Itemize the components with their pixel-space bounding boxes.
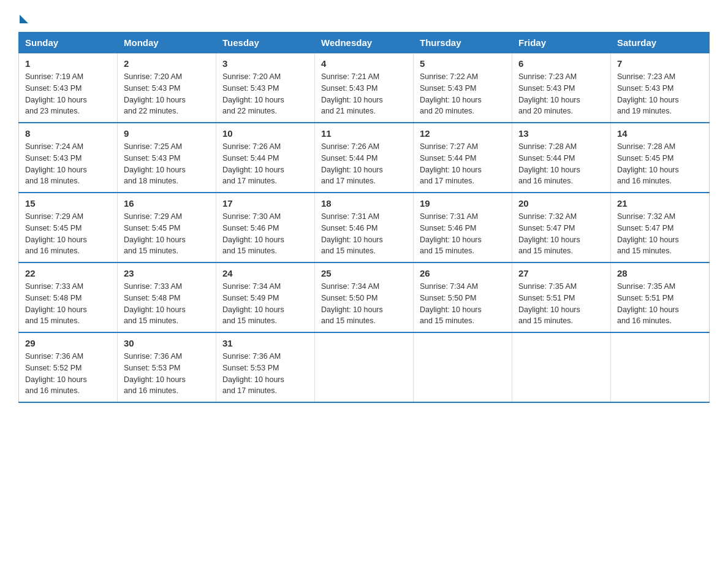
day-info: Sunrise: 7:36 AMSunset: 5:52 PMDaylight:… xyxy=(25,352,87,395)
weekday-header-thursday: Thursday xyxy=(414,33,512,53)
calendar-cell: 29 Sunrise: 7:36 AMSunset: 5:52 PMDaylig… xyxy=(19,332,118,402)
day-info: Sunrise: 7:23 AMSunset: 5:43 PMDaylight:… xyxy=(518,72,580,115)
day-number: 30 xyxy=(124,338,210,348)
calendar-cell: 11 Sunrise: 7:26 AMSunset: 5:44 PMDaylig… xyxy=(315,123,414,193)
calendar-cell: 26 Sunrise: 7:34 AMSunset: 5:50 PMDaylig… xyxy=(414,262,512,332)
weekday-header-sunday: Sunday xyxy=(19,33,118,53)
calendar-week-row: 8 Sunrise: 7:24 AMSunset: 5:43 PMDayligh… xyxy=(19,123,710,193)
calendar-cell: 4 Sunrise: 7:21 AMSunset: 5:43 PMDayligh… xyxy=(315,53,414,123)
weekday-header-saturday: Saturday xyxy=(611,33,710,53)
day-number: 8 xyxy=(25,128,111,139)
day-number: 29 xyxy=(25,338,111,348)
day-info: Sunrise: 7:32 AMSunset: 5:47 PMDaylight:… xyxy=(518,212,580,255)
calendar-cell xyxy=(414,332,512,402)
calendar-cell: 15 Sunrise: 7:29 AMSunset: 5:45 PMDaylig… xyxy=(19,193,118,262)
calendar-cell: 12 Sunrise: 7:27 AMSunset: 5:44 PMDaylig… xyxy=(414,123,512,193)
day-number: 2 xyxy=(124,58,210,69)
day-number: 20 xyxy=(518,198,604,209)
day-number: 9 xyxy=(124,128,210,139)
day-info: Sunrise: 7:35 AMSunset: 5:51 PMDaylight:… xyxy=(518,282,580,325)
day-info: Sunrise: 7:28 AMSunset: 5:45 PMDaylight:… xyxy=(617,142,679,185)
calendar-cell: 22 Sunrise: 7:33 AMSunset: 5:48 PMDaylig… xyxy=(19,262,118,332)
day-number: 25 xyxy=(321,268,407,278)
day-info: Sunrise: 7:30 AMSunset: 5:46 PMDaylight:… xyxy=(222,212,284,255)
day-info: Sunrise: 7:36 AMSunset: 5:53 PMDaylight:… xyxy=(222,352,284,395)
calendar-week-row: 22 Sunrise: 7:33 AMSunset: 5:48 PMDaylig… xyxy=(19,262,710,332)
day-info: Sunrise: 7:31 AMSunset: 5:46 PMDaylight:… xyxy=(321,212,383,255)
calendar-cell: 14 Sunrise: 7:28 AMSunset: 5:45 PMDaylig… xyxy=(611,123,710,193)
calendar-cell xyxy=(315,332,414,402)
calendar-cell: 18 Sunrise: 7:31 AMSunset: 5:46 PMDaylig… xyxy=(315,193,414,262)
day-info: Sunrise: 7:35 AMSunset: 5:51 PMDaylight:… xyxy=(617,282,679,325)
day-info: Sunrise: 7:20 AMSunset: 5:43 PMDaylight:… xyxy=(124,72,186,115)
day-number: 31 xyxy=(222,338,308,348)
weekday-header-tuesday: Tuesday xyxy=(216,33,315,53)
day-info: Sunrise: 7:24 AMSunset: 5:43 PMDaylight:… xyxy=(25,142,87,185)
day-number: 7 xyxy=(617,58,703,69)
day-number: 3 xyxy=(222,58,308,69)
calendar-week-row: 29 Sunrise: 7:36 AMSunset: 5:52 PMDaylig… xyxy=(19,332,710,402)
calendar-cell: 7 Sunrise: 7:23 AMSunset: 5:43 PMDayligh… xyxy=(611,53,710,123)
day-info: Sunrise: 7:33 AMSunset: 5:48 PMDaylight:… xyxy=(124,282,186,325)
calendar-cell: 20 Sunrise: 7:32 AMSunset: 5:47 PMDaylig… xyxy=(512,193,611,262)
day-number: 12 xyxy=(420,128,506,139)
calendar-cell: 5 Sunrise: 7:22 AMSunset: 5:43 PMDayligh… xyxy=(414,53,512,123)
day-info: Sunrise: 7:26 AMSunset: 5:44 PMDaylight:… xyxy=(222,142,284,185)
day-info: Sunrise: 7:19 AMSunset: 5:43 PMDaylight:… xyxy=(25,72,87,115)
day-info: Sunrise: 7:23 AMSunset: 5:43 PMDaylight:… xyxy=(617,72,679,115)
calendar-cell: 30 Sunrise: 7:36 AMSunset: 5:53 PMDaylig… xyxy=(118,332,216,402)
day-number: 1 xyxy=(25,58,111,69)
day-number: 14 xyxy=(617,128,703,139)
day-number: 26 xyxy=(420,268,506,278)
day-info: Sunrise: 7:25 AMSunset: 5:43 PMDaylight:… xyxy=(124,142,186,185)
calendar-cell: 16 Sunrise: 7:29 AMSunset: 5:45 PMDaylig… xyxy=(118,193,216,262)
calendar-body: 1 Sunrise: 7:19 AMSunset: 5:43 PMDayligh… xyxy=(19,53,710,403)
calendar-cell: 27 Sunrise: 7:35 AMSunset: 5:51 PMDaylig… xyxy=(512,262,611,332)
day-info: Sunrise: 7:34 AMSunset: 5:50 PMDaylight:… xyxy=(321,282,383,325)
calendar-cell: 3 Sunrise: 7:20 AMSunset: 5:43 PMDayligh… xyxy=(216,53,315,123)
day-number: 15 xyxy=(25,198,111,209)
day-info: Sunrise: 7:20 AMSunset: 5:43 PMDaylight:… xyxy=(222,72,284,115)
calendar-cell: 23 Sunrise: 7:33 AMSunset: 5:48 PMDaylig… xyxy=(118,262,216,332)
day-number: 19 xyxy=(420,198,506,209)
day-info: Sunrise: 7:27 AMSunset: 5:44 PMDaylight:… xyxy=(420,142,482,185)
calendar-cell: 10 Sunrise: 7:26 AMSunset: 5:44 PMDaylig… xyxy=(216,123,315,193)
day-number: 18 xyxy=(321,198,407,209)
calendar-table: SundayMondayTuesdayWednesdayThursdayFrid… xyxy=(18,32,710,403)
calendar-cell: 24 Sunrise: 7:34 AMSunset: 5:49 PMDaylig… xyxy=(216,262,315,332)
day-number: 22 xyxy=(25,268,111,278)
day-number: 24 xyxy=(222,268,308,278)
weekday-header-monday: Monday xyxy=(118,33,216,53)
day-number: 13 xyxy=(518,128,604,139)
calendar-cell: 13 Sunrise: 7:28 AMSunset: 5:44 PMDaylig… xyxy=(512,123,611,193)
calendar-cell: 25 Sunrise: 7:34 AMSunset: 5:50 PMDaylig… xyxy=(315,262,414,332)
day-number: 11 xyxy=(321,128,407,139)
day-number: 6 xyxy=(518,58,604,69)
calendar-cell: 6 Sunrise: 7:23 AMSunset: 5:43 PMDayligh… xyxy=(512,53,611,123)
calendar-cell: 21 Sunrise: 7:32 AMSunset: 5:47 PMDaylig… xyxy=(611,193,710,262)
day-number: 5 xyxy=(420,58,506,69)
calendar-cell xyxy=(611,332,710,402)
day-info: Sunrise: 7:26 AMSunset: 5:44 PMDaylight:… xyxy=(321,142,383,185)
day-info: Sunrise: 7:31 AMSunset: 5:46 PMDaylight:… xyxy=(420,212,482,255)
day-number: 4 xyxy=(321,58,407,69)
calendar-cell: 8 Sunrise: 7:24 AMSunset: 5:43 PMDayligh… xyxy=(19,123,118,193)
weekday-header-friday: Friday xyxy=(512,33,611,53)
calendar-cell: 19 Sunrise: 7:31 AMSunset: 5:46 PMDaylig… xyxy=(414,193,512,262)
day-number: 16 xyxy=(124,198,210,209)
day-number: 21 xyxy=(617,198,703,209)
day-info: Sunrise: 7:22 AMSunset: 5:43 PMDaylight:… xyxy=(420,72,482,115)
calendar-cell: 2 Sunrise: 7:20 AMSunset: 5:43 PMDayligh… xyxy=(118,53,216,123)
day-number: 27 xyxy=(518,268,604,278)
day-info: Sunrise: 7:21 AMSunset: 5:43 PMDaylight:… xyxy=(321,72,383,115)
page-header xyxy=(18,12,710,21)
day-info: Sunrise: 7:28 AMSunset: 5:44 PMDaylight:… xyxy=(518,142,580,185)
calendar-header: SundayMondayTuesdayWednesdayThursdayFrid… xyxy=(19,33,710,53)
calendar-cell xyxy=(512,332,611,402)
day-info: Sunrise: 7:29 AMSunset: 5:45 PMDaylight:… xyxy=(25,212,87,255)
calendar-cell: 9 Sunrise: 7:25 AMSunset: 5:43 PMDayligh… xyxy=(118,123,216,193)
day-info: Sunrise: 7:34 AMSunset: 5:50 PMDaylight:… xyxy=(420,282,482,325)
calendar-cell: 28 Sunrise: 7:35 AMSunset: 5:51 PMDaylig… xyxy=(611,262,710,332)
day-info: Sunrise: 7:33 AMSunset: 5:48 PMDaylight:… xyxy=(25,282,87,325)
logo xyxy=(18,12,28,21)
